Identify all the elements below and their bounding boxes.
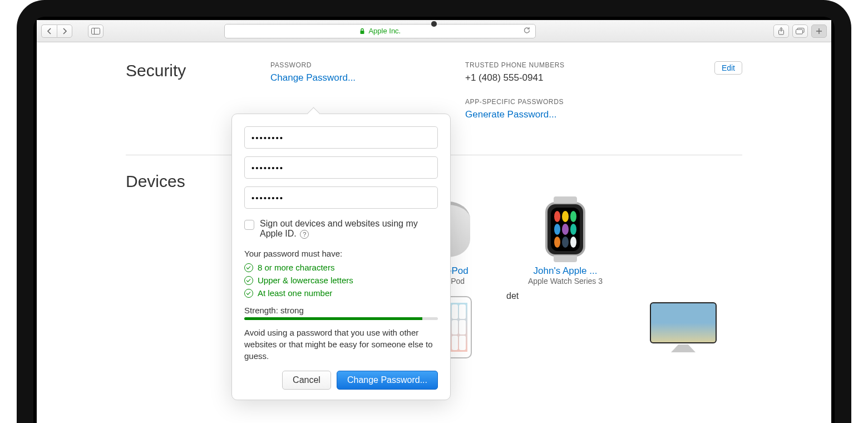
trusted-numbers-heading: TRUSTED PHONE NUMBERS <box>465 61 692 69</box>
change-password-popover: Sign out devices and websites using my A… <box>231 114 451 400</box>
chevron-left-icon <box>47 28 52 35</box>
share-button[interactable] <box>773 24 789 38</box>
tabs-button[interactable] <box>792 24 808 38</box>
back-button[interactable] <box>41 24 57 38</box>
svg-rect-2 <box>361 31 364 34</box>
signout-devices-label: Sign out devices and websites using my A… <box>260 219 438 239</box>
change-password-link[interactable]: Change Password... <box>270 72 465 83</box>
sidebar-button[interactable] <box>88 24 103 38</box>
svg-rect-5 <box>796 29 802 34</box>
watch-icon <box>545 202 585 257</box>
requirements-title: Your password must have: <box>244 249 438 258</box>
url-bar[interactable]: Apple Inc. <box>224 24 536 38</box>
device-name: John's Apple ... <box>534 265 598 277</box>
chevron-right-icon <box>62 28 67 35</box>
requirement-item: At least one number <box>244 288 438 298</box>
plus-icon <box>816 28 822 35</box>
laptop-bezel: Apple Inc. Security <box>17 0 851 423</box>
help-icon[interactable]: ? <box>300 230 309 239</box>
new-password-input[interactable] <box>244 156 438 179</box>
strength-label: Strength: strong <box>244 306 438 315</box>
share-icon <box>778 27 785 35</box>
cancel-button[interactable]: Cancel <box>282 371 331 390</box>
requirement-item: Upper & lowercase letters <box>244 276 438 285</box>
password-advice: Avoid using a password that you use with… <box>244 327 438 362</box>
edit-button[interactable]: Edit <box>714 61 742 75</box>
change-password-button[interactable]: Change Password... <box>337 371 438 390</box>
strength-meter <box>244 317 438 320</box>
new-tab-button[interactable] <box>811 24 827 38</box>
device-watch[interactable]: John's Apple ... Apple Watch Series 3 <box>506 193 624 291</box>
verify-password-input[interactable] <box>244 186 438 209</box>
url-host: Apple Inc. <box>368 27 401 35</box>
camera-dot <box>431 21 437 27</box>
svg-rect-0 <box>92 28 100 34</box>
trusted-number-value: +1 (408) 555-0941 <box>465 72 692 83</box>
requirement-item: 8 or more characters <box>244 263 438 272</box>
generate-password-link[interactable]: Generate Password... <box>465 109 692 120</box>
current-password-input[interactable] <box>244 126 438 149</box>
sidebar-icon <box>91 28 100 35</box>
page-content: Security PASSWORD Change Password... TRU… <box>37 42 831 423</box>
device-model: Apple Watch Series 3 <box>528 277 603 286</box>
app-specific-heading: APP-SPECIFIC PASSWORDS <box>465 98 692 106</box>
screen: Apple Inc. Security <box>37 20 831 423</box>
reload-icon <box>523 26 531 34</box>
lock-icon <box>359 28 365 35</box>
tabs-icon <box>796 28 805 35</box>
signout-devices-checkbox[interactable] <box>244 220 254 230</box>
check-icon <box>244 276 253 285</box>
security-title: Security <box>126 61 270 80</box>
check-icon <box>244 263 253 272</box>
forward-button[interactable] <box>57 24 72 38</box>
password-heading: PASSWORD <box>270 61 465 69</box>
check-icon <box>244 289 253 298</box>
imac-icon <box>650 302 717 352</box>
device-imac[interactable] <box>624 291 742 369</box>
reload-button[interactable] <box>523 26 531 36</box>
